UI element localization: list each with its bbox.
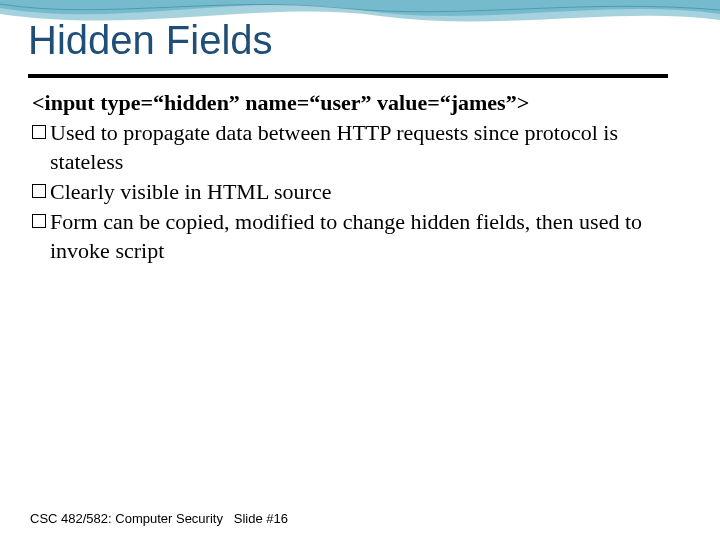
slide-footer: CSC 482/582: Computer Security Slide #16 (30, 511, 288, 526)
code-example: <input type=“hidden” name=“user” value=“… (32, 88, 682, 118)
bullet-item-1: Used to propagate data between HTTP requ… (32, 118, 682, 177)
footer-course: CSC 482/582: Computer Security (30, 511, 223, 526)
slide-title: Hidden Fields (28, 18, 273, 63)
bullet-text: Form can be copied, modified to change h… (50, 207, 682, 266)
bullet-box-icon (32, 214, 46, 228)
bullet-box-icon (32, 184, 46, 198)
bullet-item-3: Form can be copied, modified to change h… (32, 207, 682, 266)
bullet-item-2: Clearly visible in HTML source (32, 177, 682, 207)
bullet-box-icon (32, 125, 46, 139)
bullet-text: Clearly visible in HTML source (50, 177, 682, 207)
title-underline (28, 74, 668, 78)
slide-content: <input type=“hidden” name=“user” value=“… (32, 88, 682, 266)
bullet-text: Used to propagate data between HTTP requ… (50, 118, 682, 177)
footer-slide-number: Slide #16 (234, 511, 288, 526)
